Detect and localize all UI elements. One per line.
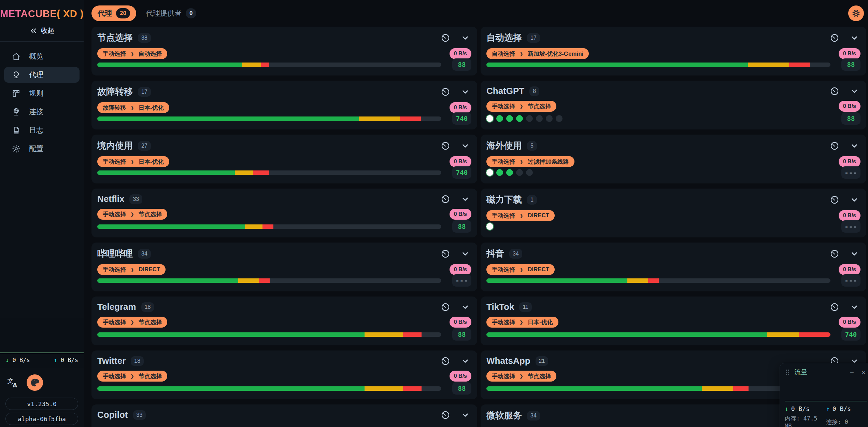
group-type-label: 手动选择 [492,102,515,110]
node-dot [556,115,563,122]
group-title: 磁力下载 [486,194,522,206]
sidebar-item-连接[interactable]: 连接 [4,104,80,120]
speedtest-icon[interactable] [441,302,450,312]
chevron-down-icon[interactable] [850,195,859,205]
chevrons-left-icon [30,27,37,35]
chevron-down-icon[interactable] [850,249,859,259]
node-dot [496,169,503,176]
sidebar-item-配置[interactable]: 配置 [4,141,80,156]
selected-node-badge[interactable]: 手动选择 ❯ 节点选择 [486,101,556,112]
group-speed-badge: 0 B/s [450,102,471,113]
speedtest-icon[interactable] [830,249,839,259]
selected-node-badge[interactable]: 手动选择 ❯ 自动选择 [97,48,167,59]
traffic-panel-close-button[interactable]: × [860,369,867,376]
group-node-count: 5 [527,141,537,151]
sidebar-item-代理[interactable]: 代理 [4,67,80,83]
group-type-label: 手动选择 [492,372,515,380]
gear-icon [851,8,861,18]
selected-node-badge[interactable]: 手动选择 ❯ 节点选择 [486,371,556,382]
language-icon[interactable]: 文A [7,377,18,388]
speedtest-icon[interactable] [441,249,450,259]
sidebar-item-label: 日志 [29,125,43,135]
chevron-down-icon[interactable] [850,86,859,96]
speedtest-icon[interactable] [441,87,450,97]
node-dot [516,169,523,176]
group-type-label: 手动选择 [103,210,126,218]
speedtest-icon[interactable] [441,194,450,204]
selected-node-label: 过滤掉10条线路 [528,158,569,166]
speedtest-icon[interactable] [441,33,450,43]
node-dot [486,169,493,176]
node-dots [486,223,841,230]
latency-distribution-bar [486,278,830,283]
download-arrow-icon: ↓ [785,405,788,412]
selected-node-badge[interactable]: 手动选择 ❯ DIRECT [97,264,166,275]
speedtest-icon[interactable] [441,410,450,420]
proxy-group-card: 抖音 34 手动选择 ❯ DIRECT 0 B/s --- [481,243,866,291]
selected-node-label: DIRECT [528,266,549,273]
group-node-count: 34 [138,249,151,259]
group-speed-badge: 0 B/s [839,264,860,275]
tab-proxy-providers[interactable]: 代理提供者 0 [140,5,202,21]
group-speed-badge: 0 B/s [839,210,860,221]
selected-node-badge[interactable]: 手动选择 ❯ 过滤掉10条线路 [486,156,574,167]
home-icon [12,52,21,61]
sidebar-item-label: 概览 [29,52,43,61]
speedtest-icon[interactable] [441,141,450,151]
group-node-count: 17 [138,87,151,97]
traffic-panel-minimize-button[interactable]: − [848,369,856,376]
group-title: 海外使用 [486,140,522,152]
speedtest-icon[interactable] [830,302,839,312]
sidebar-item-日志[interactable]: 日志 [4,122,80,138]
group-latency: --- [841,220,860,233]
selected-node-badge[interactable]: 手动选择 ❯ DIRECT [486,264,555,275]
selected-node-badge[interactable]: 自动选择 ❯ 新加坡-优化3-Gemini [486,48,589,59]
chevron-right-icon: ❯ [130,320,134,325]
selected-node-badge[interactable]: 故障转移 ❯ 日本-优化 [97,102,169,113]
drag-handle-icon[interactable] [785,369,790,375]
speedtest-icon[interactable] [830,141,839,151]
speedtest-icon[interactable] [441,356,450,366]
theme-palette-button[interactable] [27,374,43,391]
chevron-down-icon[interactable] [460,87,470,97]
sidebar-traffic-widget: ↓ 0 B/s ↑ 0 B/s [0,318,84,368]
node-dots [486,169,841,176]
sidebar-item-规则[interactable]: 规则 [4,85,80,101]
chevron-down-icon[interactable] [460,33,470,43]
tab-proxies[interactable]: 代理 20 [91,5,136,21]
node-dot [526,115,533,122]
traffic-panel-chart [785,380,867,401]
chevron-down-icon[interactable] [850,33,859,43]
proxies-settings-button[interactable] [848,5,864,21]
group-type-label: 故障转移 [103,104,126,112]
sidebar-item-概览[interactable]: 概览 [4,49,80,64]
selected-node-badge[interactable]: 手动选择 ❯ 日本-优化 [97,156,169,167]
selected-node-label: 节点选择 [139,372,162,380]
chevron-down-icon[interactable] [460,410,470,420]
selected-node-badge[interactable]: 手动选择 ❯ 节点选择 [97,317,167,328]
sidebar-speeds: ↓ 0 B/s ↑ 0 B/s [0,353,84,368]
chevron-down-icon[interactable] [460,302,470,312]
proxy-group-card: Netflix 33 手动选择 ❯ 节点选择 0 B/s 88 [91,189,477,237]
group-node-count: 11 [519,302,532,312]
sidebar-collapse-button[interactable]: 收起 [0,26,84,35]
selected-node-badge[interactable]: 手动选择 ❯ 节点选择 [97,209,167,220]
chevron-down-icon[interactable] [850,141,859,151]
chevron-down-icon[interactable] [460,194,470,204]
selected-node-label: 日本-优化 [139,104,164,112]
selected-node-badge[interactable]: 手动选择 ❯ 节点选择 [97,371,167,382]
speedtest-icon[interactable] [830,86,839,96]
upload-arrow-icon: ↑ [54,357,57,363]
traffic-panel-title: 流量 [794,368,807,377]
group-title: 节点选择 [97,32,133,44]
speedtest-icon[interactable] [830,33,839,43]
chevron-down-icon[interactable] [460,249,470,259]
proxy-group-card: 境内使用 27 手动选择 ❯ 日本-优化 0 B/s 740 [91,135,477,183]
chevron-down-icon[interactable] [460,141,470,151]
chevron-down-icon[interactable] [850,302,859,312]
selected-node-badge[interactable]: 手动选择 ❯ DIRECT [486,210,555,221]
group-type-label: 手动选择 [492,158,515,166]
selected-node-badge[interactable]: 手动选择 ❯ 日本-优化 [486,317,558,328]
speedtest-icon[interactable] [830,195,839,205]
chevron-down-icon[interactable] [460,356,470,366]
